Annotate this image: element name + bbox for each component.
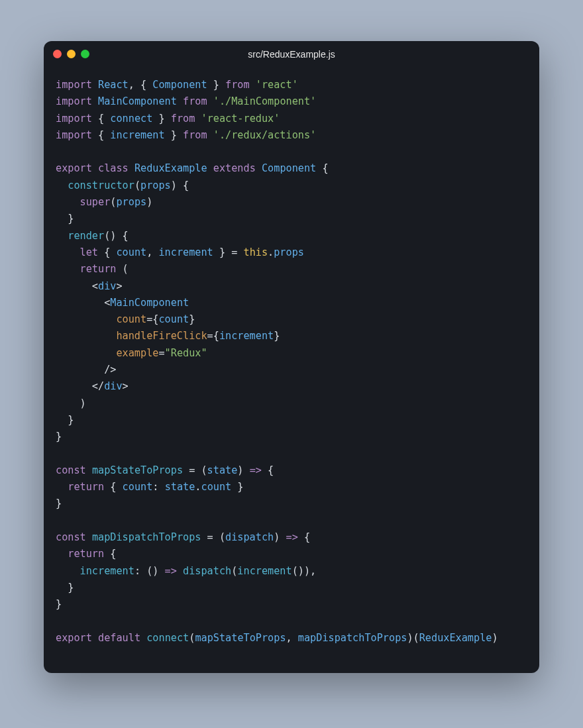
token-fn: connect	[146, 632, 189, 644]
token-pun	[92, 162, 98, 174]
token-str: "Redux"	[165, 347, 207, 359]
code-line: count={count}	[56, 311, 527, 328]
token-pun: ) {	[171, 180, 189, 191]
token-pun: }	[152, 113, 170, 125]
token-pun: {	[104, 481, 122, 493]
token-fn: render	[68, 230, 104, 242]
code-line: }	[56, 429, 527, 445]
token-pun	[86, 464, 92, 476]
token-pun	[195, 113, 201, 125]
token-kw: const	[56, 464, 86, 476]
token-pun: </	[56, 380, 104, 392]
token-pun: {	[92, 113, 110, 125]
token-pun: .	[195, 481, 201, 493]
token-id: props	[274, 246, 304, 258]
token-pun: ={	[207, 330, 219, 342]
token-kw: import	[56, 113, 92, 125]
token-kw: from	[183, 129, 207, 141]
code-line: export default connect(mapStateToProps, …	[56, 630, 527, 647]
token-pun	[56, 481, 68, 493]
code-line	[56, 144, 527, 160]
code-line	[56, 513, 527, 529]
token-kw: from	[225, 79, 250, 91]
token-str: 'react'	[256, 79, 298, 91]
token-fn: constructor	[68, 180, 134, 191]
code-line: handleFireClick={increment}	[56, 328, 527, 344]
token-kw: return	[80, 263, 117, 275]
token-pun: } =	[213, 246, 244, 258]
code-line: return (	[56, 261, 527, 278]
token-fn: increment	[80, 565, 134, 577]
code-line: }	[56, 596, 527, 613]
token-id: increment	[219, 330, 274, 342]
code-line: import { connect } from 'react-redux'	[56, 111, 527, 127]
token-kw: return	[68, 481, 104, 493]
token-pun	[56, 196, 80, 208]
token-pun	[177, 95, 183, 107]
token-kw: from	[183, 95, 207, 107]
token-id: div	[104, 380, 122, 392]
code-line: example="Redux"	[56, 345, 527, 362]
code-line: />	[56, 362, 527, 378]
code-line	[56, 613, 527, 630]
token-pun: (	[231, 565, 237, 577]
code-line: import { increment } from './redux/actio…	[56, 127, 527, 144]
code-line: import React, { Component } from 'react'	[56, 77, 527, 93]
token-pun	[92, 95, 98, 107]
token-pun: }	[274, 330, 280, 342]
token-kw: export	[56, 632, 92, 644]
token-pun: = (	[183, 464, 207, 476]
token-id: connect	[110, 113, 152, 125]
token-pun: <	[56, 297, 110, 309]
code-line: const mapDispatchToProps = (dispatch) =>…	[56, 529, 527, 546]
token-pun: )(	[407, 632, 419, 644]
token-pun: }	[56, 582, 74, 594]
token-fn: dispatch	[183, 565, 231, 577]
code-line: constructor(props) {	[56, 178, 527, 194]
token-pun: }	[207, 79, 225, 91]
token-pun	[207, 95, 213, 107]
token-kw: import	[56, 129, 92, 141]
token-pun	[92, 79, 98, 91]
token-pun	[250, 79, 256, 91]
token-attr: count	[116, 313, 146, 325]
token-id: count	[201, 481, 232, 493]
code-line: let { count, increment } = this.props	[56, 244, 527, 261]
token-pun: )	[237, 464, 249, 476]
token-pun: {	[98, 246, 116, 258]
token-kw: from	[171, 113, 195, 125]
token-pun: =	[158, 347, 164, 359]
token-pun	[56, 313, 116, 325]
token-kw: import	[56, 95, 92, 107]
token-id: state	[207, 464, 238, 476]
token-id: count	[116, 246, 146, 258]
code-line: }	[56, 495, 527, 512]
token-str: './MainComponent'	[213, 95, 316, 107]
token-id: state	[165, 481, 195, 493]
token-kw: =>	[165, 565, 177, 577]
token-id: increment	[158, 246, 213, 258]
token-pun: (	[134, 180, 140, 191]
token-pun: )	[146, 196, 152, 208]
code-line: super(props)	[56, 194, 527, 211]
token-pun	[86, 531, 92, 543]
token-pun	[177, 565, 183, 577]
token-pun: .	[268, 246, 274, 258]
token-pun: ()),	[292, 565, 317, 577]
code-area[interactable]: import React, { Component } from 'react'…	[44, 68, 539, 673]
minimize-icon[interactable]	[67, 50, 76, 58]
token-pun: {	[262, 464, 274, 476]
maximize-icon[interactable]	[81, 50, 89, 58]
close-icon[interactable]	[53, 50, 62, 58]
token-kw: let	[80, 246, 98, 258]
code-line: export class ReduxExample extends Compon…	[56, 160, 527, 177]
token-kw: =>	[286, 531, 298, 543]
token-pun: }	[56, 431, 62, 442]
code-line: return {	[56, 546, 527, 562]
token-pun: )	[274, 531, 286, 543]
file-title: src/ReduxExample.js	[248, 49, 335, 60]
token-id: mapStateToProps	[195, 632, 286, 644]
token-id: React	[98, 79, 129, 91]
token-pun	[207, 162, 213, 174]
code-line: <div>	[56, 278, 527, 295]
